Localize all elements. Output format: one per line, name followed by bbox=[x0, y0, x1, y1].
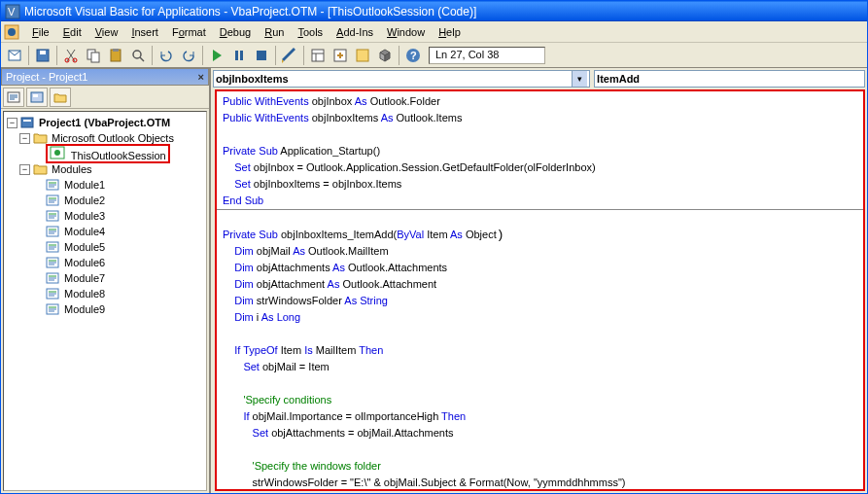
menu-run[interactable]: Run bbox=[258, 24, 291, 40]
collapse-icon[interactable]: − bbox=[19, 164, 30, 175]
module-icon bbox=[46, 302, 61, 316]
tree-module[interactable]: Module2 bbox=[7, 193, 203, 208]
code-text[interactable]: Public WithEvents objInbox As Outlook.Fo… bbox=[217, 91, 863, 491]
menu-window[interactable]: Window bbox=[380, 24, 432, 40]
svg-rect-22 bbox=[357, 50, 368, 61]
svg-rect-18 bbox=[312, 50, 324, 61]
tree-root[interactable]: − Project1 (VbaProject.OTM bbox=[7, 115, 203, 130]
svg-rect-15 bbox=[235, 51, 238, 60]
svg-rect-12 bbox=[113, 49, 119, 52]
project-explorer-button[interactable] bbox=[307, 45, 329, 66]
toolbox-button[interactable] bbox=[374, 45, 396, 66]
svg-rect-32 bbox=[23, 120, 31, 122]
svg-text:V: V bbox=[8, 6, 16, 18]
app-icon: V bbox=[5, 4, 20, 19]
project-title: Project - Project1 bbox=[6, 71, 87, 83]
outlook-icon[interactable] bbox=[4, 24, 19, 40]
tree-module[interactable]: Module7 bbox=[7, 270, 203, 286]
module-icon bbox=[46, 256, 61, 269]
tree-module[interactable]: Module3 bbox=[7, 208, 203, 224]
toolbar: ? Ln 27, Col 38 bbox=[1, 43, 867, 68]
svg-point-8 bbox=[73, 58, 77, 62]
collapse-icon[interactable]: − bbox=[19, 133, 30, 144]
procedure-combo[interactable]: ItemAdd bbox=[594, 70, 865, 88]
menu-addins[interactable]: Add-Ins bbox=[330, 24, 380, 40]
tree-module[interactable]: Module4 bbox=[7, 224, 203, 239]
code-dropdowns: objInboxItems ▾ ItemAdd bbox=[211, 68, 867, 89]
window-title: Microsoft Visual Basic for Applications … bbox=[24, 5, 476, 18]
code-pane: objInboxItems ▾ ItemAdd Public WithEvent… bbox=[211, 68, 867, 493]
module-icon bbox=[46, 287, 61, 300]
menu-insert[interactable]: Insert bbox=[124, 24, 165, 40]
svg-rect-17 bbox=[257, 51, 266, 60]
menu-tools[interactable]: Tools bbox=[291, 24, 330, 40]
module-icon bbox=[46, 209, 61, 223]
redo-button[interactable] bbox=[178, 45, 199, 66]
design-mode-button[interactable] bbox=[279, 45, 300, 66]
project-toolbar bbox=[1, 86, 209, 109]
menu-debug[interactable]: Debug bbox=[213, 24, 258, 40]
folder-icon bbox=[33, 162, 49, 176]
project-panel: Project - Project1 × − Project1 (VbaProj… bbox=[1, 68, 211, 493]
folder-icon bbox=[33, 131, 49, 145]
save-button[interactable] bbox=[32, 45, 53, 66]
module-icon bbox=[46, 271, 61, 285]
svg-rect-6 bbox=[40, 51, 46, 54]
run-button[interactable] bbox=[206, 45, 227, 66]
project-header: Project - Project1 × bbox=[1, 68, 209, 86]
module-icon bbox=[46, 178, 61, 192]
collapse-icon[interactable]: − bbox=[7, 118, 17, 128]
main-area: Project - Project1 × − Project1 (VbaProj… bbox=[1, 68, 867, 493]
break-button[interactable] bbox=[228, 45, 250, 66]
svg-point-13 bbox=[133, 51, 141, 58]
toggle-folders-button[interactable] bbox=[50, 88, 71, 107]
find-button[interactable] bbox=[127, 45, 149, 66]
session-icon bbox=[50, 146, 65, 159]
menu-help[interactable]: Help bbox=[432, 24, 468, 40]
menu-format[interactable]: Format bbox=[165, 24, 213, 40]
menu-file[interactable]: File bbox=[25, 24, 56, 40]
app-window: V Microsoft Visual Basic for Application… bbox=[0, 0, 868, 494]
svg-point-34 bbox=[54, 150, 60, 156]
svg-line-14 bbox=[140, 57, 144, 61]
svg-text:?: ? bbox=[410, 50, 417, 61]
titlebar: V Microsoft Visual Basic for Application… bbox=[1, 1, 867, 21]
undo-button[interactable] bbox=[156, 45, 177, 66]
paste-button[interactable] bbox=[105, 45, 126, 66]
view-outlook-button[interactable] bbox=[4, 45, 25, 66]
svg-rect-10 bbox=[91, 53, 99, 62]
tree-module[interactable]: Module9 bbox=[7, 301, 203, 317]
copy-button[interactable] bbox=[83, 45, 104, 66]
svg-rect-16 bbox=[240, 51, 243, 60]
cut-button[interactable] bbox=[60, 45, 82, 66]
menu-view[interactable]: View bbox=[88, 24, 125, 40]
reset-button[interactable] bbox=[251, 45, 272, 66]
project-tree[interactable]: − Project1 (VbaProject.OTM − Microsoft O… bbox=[3, 111, 207, 491]
svg-rect-30 bbox=[33, 94, 38, 97]
tree-module[interactable]: Module5 bbox=[7, 239, 203, 255]
tree-folder-modules[interactable]: − Modules bbox=[7, 161, 203, 177]
menu-edit[interactable]: Edit bbox=[56, 24, 88, 40]
help-button[interactable]: ? bbox=[402, 45, 424, 66]
chevron-down-icon[interactable]: ▾ bbox=[572, 71, 587, 87]
object-browser-button[interactable] bbox=[352, 45, 373, 66]
tree-module[interactable]: Module1 bbox=[7, 177, 203, 193]
menubar: File Edit View Insert Format Debug Run T… bbox=[1, 21, 867, 43]
panel-close-button[interactable]: × bbox=[198, 71, 204, 83]
svg-rect-31 bbox=[21, 118, 33, 127]
properties-button[interactable] bbox=[330, 45, 351, 66]
module-icon bbox=[46, 225, 61, 238]
view-code-button[interactable] bbox=[3, 88, 24, 107]
svg-point-3 bbox=[8, 28, 16, 36]
svg-point-7 bbox=[65, 58, 69, 62]
code-editor-highlighted[interactable]: Public WithEvents objInbox As Outlook.Fo… bbox=[215, 89, 865, 491]
tree-this-session[interactable]: ThisOutlookSession bbox=[7, 146, 203, 161]
module-icon bbox=[46, 240, 61, 254]
object-combo[interactable]: objInboxItems ▾ bbox=[213, 70, 590, 88]
tree-module[interactable]: Module8 bbox=[7, 286, 203, 301]
project-icon bbox=[20, 116, 36, 129]
view-object-button[interactable] bbox=[26, 88, 48, 107]
tree-module[interactable]: Module6 bbox=[7, 255, 203, 270]
cursor-position: Ln 27, Col 38 bbox=[429, 47, 545, 64]
module-icon bbox=[46, 194, 61, 207]
